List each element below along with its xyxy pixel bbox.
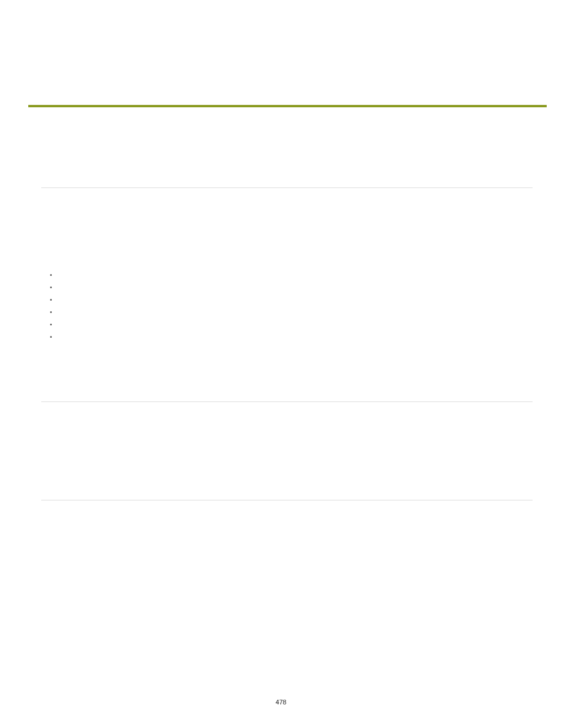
list-item <box>58 293 533 305</box>
accent-divider <box>28 105 547 107</box>
page-number: 478 <box>0 699 562 706</box>
list-item <box>58 268 533 281</box>
section-divider <box>41 187 533 188</box>
list-item <box>58 318 533 330</box>
list-item <box>58 305 533 318</box>
section-divider <box>41 500 533 500</box>
section-divider <box>41 401 533 402</box>
bullet-list <box>58 268 533 342</box>
list-item <box>58 330 533 342</box>
page-content <box>41 165 533 500</box>
list-item <box>58 281 533 293</box>
